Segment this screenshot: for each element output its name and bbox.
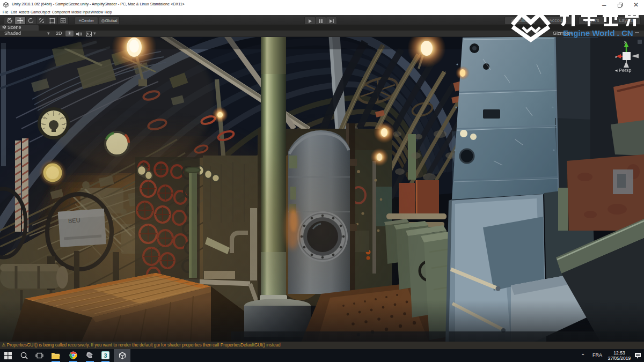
svg-text:3: 3 — [104, 352, 107, 359]
svg-text:Engine World . CN: Engine World . CN — [563, 28, 633, 38]
svg-text:◂ Persp: ◂ Persp — [615, 68, 632, 73]
svg-text:x: x — [615, 54, 617, 59]
